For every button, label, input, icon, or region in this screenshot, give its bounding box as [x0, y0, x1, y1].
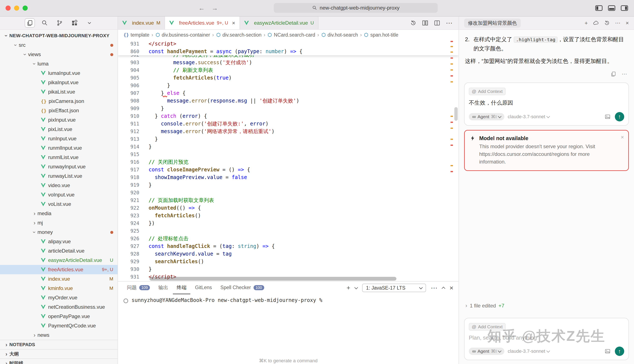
- code-line[interactable]: 905 fetchArticles(true): [118, 74, 459, 82]
- tree-folder[interactable]: ›views: [0, 50, 118, 59]
- code-line[interactable]: 928 searchKeyword.value = tag: [118, 250, 459, 258]
- sidebar-section[interactable]: ›大纲: [0, 349, 118, 358]
- breadcrumb-item[interactable]: span.hot-title: [364, 32, 398, 38]
- tree-file[interactable]: openPayPage.vue: [0, 312, 118, 321]
- breadcrumb-item[interactable]: NCard.search-card: [267, 32, 315, 38]
- chat-history-icon[interactable]: [604, 20, 610, 26]
- extensions-view-button[interactable]: [69, 18, 80, 28]
- split-editor-icon[interactable]: [434, 20, 440, 26]
- code-line[interactable]: 909 }: [118, 104, 459, 112]
- tree-file[interactable]: freeArticles.vue9+, U: [0, 265, 118, 274]
- explorer-view-button[interactable]: [25, 18, 35, 28]
- code-line[interactable]: 920: [118, 189, 459, 196]
- zoom-window-button[interactable]: [23, 6, 28, 11]
- tree-file[interactable]: alipay.vue: [0, 237, 118, 246]
- tree-file[interactable]: easywzArticleDetail.vueU: [0, 256, 118, 265]
- breadcrumb-item[interactable]: div.search-section: [216, 32, 262, 38]
- tree-file[interactable]: articleDetail.vue: [0, 246, 118, 256]
- editor-tab[interactable]: easywzArticleDetail.vueU: [240, 16, 318, 29]
- terminal-profile-chevron-icon[interactable]: [354, 286, 358, 289]
- tree-file[interactable]: runInput.vue: [0, 134, 118, 143]
- send-button[interactable]: ↑: [615, 346, 624, 356]
- tree-file[interactable]: pikaInput.vue: [0, 78, 118, 87]
- breadcrumb-item[interactable]: div.hot-search: [321, 32, 358, 38]
- add-context-chip[interactable]: @Add Context: [469, 88, 506, 95]
- code-line[interactable]: 906 }: [118, 82, 459, 89]
- editor-tab[interactable]: freeArticles.vue9+, U×: [165, 16, 240, 29]
- code-line[interactable]: 910 } catch (error) {: [118, 112, 459, 120]
- breadcrumb-item[interactable]: {}template: [123, 32, 149, 38]
- editor-tab[interactable]: index.vueM: [118, 16, 165, 29]
- terminal-output[interactable]: sunnyzhou@YANGdeMacBook-Pro new-chatgpt-…: [118, 294, 459, 364]
- new-terminal-icon[interactable]: +: [347, 285, 350, 291]
- tree-file[interactable]: netCreationBusiness.vue: [0, 302, 118, 312]
- code-line[interactable]: 929 searchArticles(): [118, 258, 459, 265]
- panel-tab[interactable]: 输出: [155, 282, 172, 294]
- tree-folder[interactable]: ›mj: [0, 218, 118, 228]
- tree-file[interactable]: runmlInput.vue: [0, 143, 118, 153]
- more-views-chevron-icon[interactable]: [84, 18, 95, 28]
- cloud-icon[interactable]: [593, 20, 599, 26]
- tree-file[interactable]: PaymentQrCode.vue: [0, 321, 118, 330]
- panel-tab[interactable]: 问题109: [123, 282, 154, 294]
- more-message-actions-icon[interactable]: ⋯: [622, 71, 627, 78]
- vertical-scrollbar[interactable]: [454, 107, 458, 121]
- tree-file[interactable]: myOrder.vue: [0, 293, 118, 302]
- code-line[interactable]: 922onMounted(() => {: [118, 204, 459, 212]
- code-line[interactable]: 912 message.error('网络请求异常，请稍后重试'): [118, 128, 459, 135]
- code-line[interactable]: 923 fetchArticles(): [118, 212, 459, 220]
- code-line[interactable]: 914}: [118, 143, 459, 150]
- close-panel-icon[interactable]: ×: [450, 284, 454, 292]
- files-edited-summary[interactable]: › 1 file edited +7: [459, 302, 634, 313]
- chat-title-tab[interactable]: 修改加盟网站背景颜色: [464, 18, 521, 28]
- back-icon[interactable]: ←: [198, 4, 205, 12]
- tree-file[interactable]: voInput.vue: [0, 190, 118, 200]
- panel-tab[interactable]: GitLens: [191, 282, 216, 294]
- close-chat-icon[interactable]: ×: [626, 20, 629, 26]
- horizontal-scrollbar[interactable]: [149, 277, 396, 281]
- tree-file[interactable]: {}pixCamera.json: [0, 96, 118, 106]
- tree-folder[interactable]: ›NEW-CHATGPT-WEB-MIDJOURNEY-PROXY: [0, 31, 118, 40]
- code-line[interactable]: 917const closeImagePreview = () => {: [118, 166, 459, 174]
- chat-input-box-secondary[interactable]: @Add Context Plan, search, build anythin…: [464, 318, 629, 360]
- maximize-panel-icon[interactable]: [442, 287, 445, 290]
- code-editor[interactable]: 902 // 纯积分支付，直接显示支付成功903 message.success…: [118, 40, 459, 281]
- breadcrumb-item[interactable]: div.business-container: [155, 32, 210, 38]
- toggle-right-sidebar-icon[interactable]: [621, 5, 628, 11]
- command-center-search[interactable]: new-chatgpt-web-midjourney-proxy: [274, 3, 438, 13]
- tree-file[interactable]: runmlList.vue: [0, 153, 118, 162]
- tree-file[interactable]: index.vueM: [0, 274, 118, 284]
- timeline-icon[interactable]: [410, 20, 416, 26]
- code-line[interactable]: 925: [118, 227, 459, 235]
- more-chat-actions-icon[interactable]: ⋯: [615, 20, 620, 26]
- code-line[interactable]: 907 } else {: [118, 89, 459, 97]
- more-panel-actions-icon[interactable]: ⋯: [431, 284, 438, 292]
- source-control-view-button[interactable]: [55, 18, 65, 28]
- more-actions-icon[interactable]: ⋯: [446, 19, 453, 27]
- close-tab-icon[interactable]: ×: [232, 20, 235, 26]
- code-line[interactable]: 908 message.error(response.msg || '创建订单失…: [118, 97, 459, 104]
- code-line[interactable]: 903 message.success('支付成功'): [118, 59, 459, 66]
- code-line[interactable]: 916// 关闭图片预览: [118, 158, 459, 166]
- code-line[interactable]: 921// 页面加载时获取文章列表: [118, 196, 459, 204]
- tree-file[interactable]: runwayList.vue: [0, 171, 118, 181]
- sidebar-section[interactable]: ›NOTEPADS: [0, 340, 118, 349]
- code-line[interactable]: 911 console.error('创建订单失败:', error): [118, 120, 459, 128]
- code-line[interactable]: 924}): [118, 220, 459, 227]
- code-line[interactable]: 919}: [118, 181, 459, 189]
- dismiss-error-icon[interactable]: ×: [621, 134, 624, 140]
- model-selector[interactable]: claude-3.7-sonnet: [508, 348, 549, 354]
- sidebar-section[interactable]: ›时间线: [0, 358, 118, 364]
- tree-folder[interactable]: ›news: [0, 330, 118, 340]
- tree-file[interactable]: lumaInput.vue: [0, 68, 118, 78]
- tree-folder[interactable]: ›luma: [0, 59, 118, 68]
- toggle-left-sidebar-icon[interactable]: [595, 5, 602, 11]
- search-view-button[interactable]: [40, 18, 50, 28]
- send-button[interactable]: ↑: [615, 112, 624, 122]
- code-line[interactable]: 930}: [118, 265, 459, 273]
- toggle-bottom-panel-icon[interactable]: [608, 5, 615, 11]
- chat-input-placeholder[interactable]: Plan, search, build anything: [469, 334, 624, 341]
- tree-folder[interactable]: ›media: [0, 209, 118, 218]
- code-line[interactable]: 918 showImagePreview.value = false: [118, 174, 459, 181]
- forward-icon[interactable]: →: [212, 4, 218, 12]
